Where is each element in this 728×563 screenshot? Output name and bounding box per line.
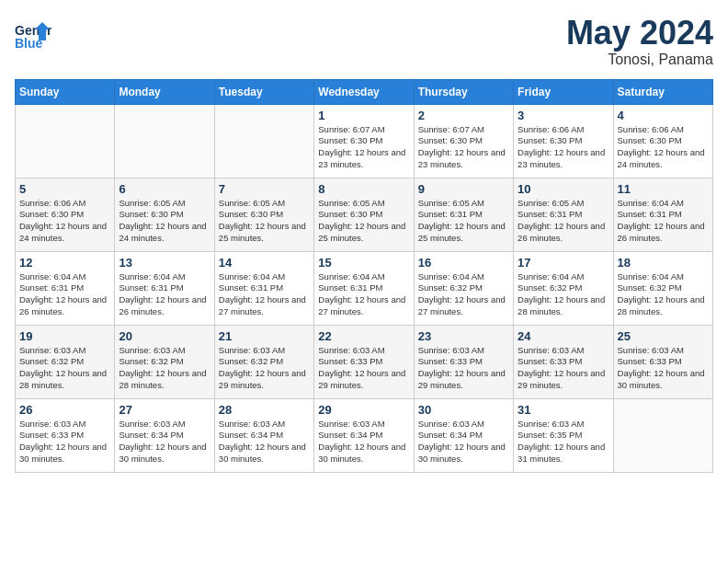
- calendar-table: SundayMondayTuesdayWednesdayThursdayFrid…: [15, 79, 713, 473]
- cell-info: Sunrise: 6:03 AMSunset: 6:34 PMDaylight:…: [418, 419, 509, 465]
- month-title: May 2024: [566, 15, 713, 52]
- calendar-cell: 12Sunrise: 6:04 AMSunset: 6:31 PMDayligh…: [16, 251, 115, 325]
- cell-info: Sunrise: 6:07 AMSunset: 6:30 PMDaylight:…: [418, 124, 509, 171]
- cell-info: Sunrise: 6:03 AMSunset: 6:34 PMDaylight:…: [119, 419, 210, 465]
- day-number: 9: [418, 182, 509, 196]
- logo-icon: General Blue: [15, 15, 51, 52]
- cell-info: Sunrise: 6:04 AMSunset: 6:31 PMDaylight:…: [119, 271, 210, 318]
- cell-info: Sunrise: 6:04 AMSunset: 6:32 PMDaylight:…: [418, 271, 509, 318]
- day-number: 3: [518, 109, 609, 122]
- cell-info: Sunrise: 6:05 AMSunset: 6:30 PMDaylight:…: [219, 198, 310, 245]
- calendar-cell: [214, 104, 313, 178]
- calendar-cell: 1Sunrise: 6:07 AMSunset: 6:30 PMDaylight…: [314, 104, 414, 178]
- calendar-week-row: 12Sunrise: 6:04 AMSunset: 6:31 PMDayligh…: [16, 251, 713, 325]
- weekday-header: Saturday: [613, 79, 712, 104]
- weekday-header: Thursday: [414, 79, 513, 104]
- cell-info: Sunrise: 6:04 AMSunset: 6:31 PMDaylight:…: [618, 198, 709, 245]
- cell-info: Sunrise: 6:05 AMSunset: 6:31 PMDaylight:…: [518, 198, 609, 245]
- calendar-week-row: 5Sunrise: 6:06 AMSunset: 6:30 PMDaylight…: [16, 178, 713, 251]
- calendar-cell: 29Sunrise: 6:03 AMSunset: 6:34 PMDayligh…: [314, 398, 414, 472]
- day-number: 25: [618, 329, 709, 343]
- calendar-cell: 26Sunrise: 6:03 AMSunset: 6:33 PMDayligh…: [16, 398, 115, 472]
- day-number: 30: [418, 403, 509, 417]
- calendar-cell: 9Sunrise: 6:05 AMSunset: 6:31 PMDaylight…: [414, 178, 513, 251]
- cell-info: Sunrise: 6:03 AMSunset: 6:34 PMDaylight:…: [318, 419, 409, 465]
- cell-info: Sunrise: 6:06 AMSunset: 6:30 PMDaylight:…: [618, 124, 709, 171]
- cell-info: Sunrise: 6:04 AMSunset: 6:32 PMDaylight:…: [518, 271, 609, 318]
- day-number: 16: [418, 256, 509, 270]
- calendar-week-row: 19Sunrise: 6:03 AMSunset: 6:32 PMDayligh…: [16, 325, 713, 398]
- weekday-header-row: SundayMondayTuesdayWednesdayThursdayFrid…: [16, 79, 713, 104]
- day-number: 19: [19, 329, 110, 343]
- cell-info: Sunrise: 6:03 AMSunset: 6:32 PMDaylight:…: [19, 345, 110, 392]
- calendar-cell: 15Sunrise: 6:04 AMSunset: 6:31 PMDayligh…: [314, 251, 414, 325]
- calendar-cell: 14Sunrise: 6:04 AMSunset: 6:31 PMDayligh…: [214, 251, 313, 325]
- day-number: 27: [119, 403, 210, 417]
- calendar-cell: 11Sunrise: 6:04 AMSunset: 6:31 PMDayligh…: [613, 178, 712, 251]
- cell-info: Sunrise: 6:03 AMSunset: 6:33 PMDaylight:…: [19, 419, 110, 465]
- cell-info: Sunrise: 6:04 AMSunset: 6:31 PMDaylight:…: [19, 271, 110, 318]
- calendar-cell: 3Sunrise: 6:06 AMSunset: 6:30 PMDaylight…: [514, 104, 613, 178]
- cell-info: Sunrise: 6:04 AMSunset: 6:31 PMDaylight:…: [219, 271, 310, 318]
- calendar-cell: 25Sunrise: 6:03 AMSunset: 6:33 PMDayligh…: [613, 325, 712, 398]
- day-number: 4: [618, 109, 709, 122]
- calendar-cell: [16, 104, 115, 178]
- calendar-cell: 10Sunrise: 6:05 AMSunset: 6:31 PMDayligh…: [514, 178, 613, 251]
- day-number: 18: [618, 256, 709, 270]
- calendar-cell: [613, 398, 712, 472]
- day-number: 6: [119, 182, 210, 196]
- day-number: 20: [119, 329, 210, 343]
- cell-info: Sunrise: 6:03 AMSunset: 6:34 PMDaylight:…: [219, 419, 310, 465]
- calendar-cell: 30Sunrise: 6:03 AMSunset: 6:34 PMDayligh…: [414, 398, 513, 472]
- calendar-cell: 18Sunrise: 6:04 AMSunset: 6:32 PMDayligh…: [613, 251, 712, 325]
- calendar-cell: 7Sunrise: 6:05 AMSunset: 6:30 PMDaylight…: [214, 178, 313, 251]
- day-number: 8: [318, 182, 409, 196]
- day-number: 26: [19, 403, 110, 417]
- calendar-cell: 22Sunrise: 6:03 AMSunset: 6:33 PMDayligh…: [314, 325, 414, 398]
- weekday-header: Wednesday: [314, 79, 414, 104]
- location: Tonosi, Panama: [566, 52, 713, 68]
- logo: General Blue: [15, 15, 55, 52]
- day-number: 17: [518, 256, 609, 270]
- day-number: 1: [318, 109, 409, 122]
- cell-info: Sunrise: 6:03 AMSunset: 6:33 PMDaylight:…: [618, 345, 709, 392]
- cell-info: Sunrise: 6:04 AMSunset: 6:31 PMDaylight:…: [318, 271, 409, 318]
- day-number: 10: [518, 182, 609, 196]
- calendar-cell: [115, 104, 214, 178]
- calendar-cell: 24Sunrise: 6:03 AMSunset: 6:33 PMDayligh…: [514, 325, 613, 398]
- day-number: 12: [19, 256, 110, 270]
- cell-info: Sunrise: 6:06 AMSunset: 6:30 PMDaylight:…: [518, 124, 609, 171]
- cell-info: Sunrise: 6:07 AMSunset: 6:30 PMDaylight:…: [318, 124, 409, 171]
- calendar-cell: 17Sunrise: 6:04 AMSunset: 6:32 PMDayligh…: [514, 251, 613, 325]
- cell-info: Sunrise: 6:03 AMSunset: 6:33 PMDaylight:…: [518, 345, 609, 392]
- calendar-cell: 8Sunrise: 6:05 AMSunset: 6:30 PMDaylight…: [314, 178, 414, 251]
- weekday-header: Tuesday: [214, 79, 313, 104]
- day-number: 13: [119, 256, 210, 270]
- day-number: 14: [219, 256, 310, 270]
- cell-info: Sunrise: 6:06 AMSunset: 6:30 PMDaylight:…: [19, 198, 110, 245]
- calendar-cell: 16Sunrise: 6:04 AMSunset: 6:32 PMDayligh…: [414, 251, 513, 325]
- day-number: 5: [19, 182, 110, 196]
- day-number: 15: [318, 256, 409, 270]
- title-block: May 2024 Tonosi, Panama: [566, 15, 713, 68]
- calendar-cell: 2Sunrise: 6:07 AMSunset: 6:30 PMDaylight…: [414, 104, 513, 178]
- calendar-cell: 4Sunrise: 6:06 AMSunset: 6:30 PMDaylight…: [613, 104, 712, 178]
- calendar-cell: 27Sunrise: 6:03 AMSunset: 6:34 PMDayligh…: [115, 398, 214, 472]
- calendar-cell: 13Sunrise: 6:04 AMSunset: 6:31 PMDayligh…: [115, 251, 214, 325]
- day-number: 7: [219, 182, 310, 196]
- weekday-header: Monday: [115, 79, 214, 104]
- cell-info: Sunrise: 6:03 AMSunset: 6:32 PMDaylight:…: [219, 345, 310, 392]
- cell-info: Sunrise: 6:04 AMSunset: 6:32 PMDaylight:…: [618, 271, 709, 318]
- calendar-cell: 5Sunrise: 6:06 AMSunset: 6:30 PMDaylight…: [16, 178, 115, 251]
- weekday-header: Friday: [514, 79, 613, 104]
- cell-info: Sunrise: 6:05 AMSunset: 6:31 PMDaylight:…: [418, 198, 509, 245]
- calendar-week-row: 26Sunrise: 6:03 AMSunset: 6:33 PMDayligh…: [16, 398, 713, 472]
- day-number: 24: [518, 329, 609, 343]
- day-number: 21: [219, 329, 310, 343]
- cell-info: Sunrise: 6:03 AMSunset: 6:33 PMDaylight:…: [418, 345, 509, 392]
- cell-info: Sunrise: 6:05 AMSunset: 6:30 PMDaylight:…: [318, 198, 409, 245]
- calendar-cell: 21Sunrise: 6:03 AMSunset: 6:32 PMDayligh…: [214, 325, 313, 398]
- calendar-cell: 19Sunrise: 6:03 AMSunset: 6:32 PMDayligh…: [16, 325, 115, 398]
- calendar-cell: 23Sunrise: 6:03 AMSunset: 6:33 PMDayligh…: [414, 325, 513, 398]
- calendar-cell: 28Sunrise: 6:03 AMSunset: 6:34 PMDayligh…: [214, 398, 313, 472]
